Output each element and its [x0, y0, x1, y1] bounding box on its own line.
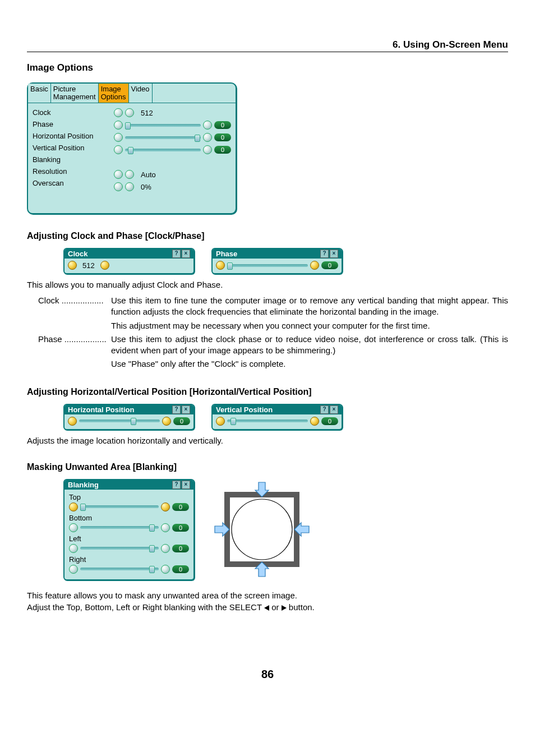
osd-slider[interactable]	[125, 149, 201, 151]
vpos-slider[interactable]	[227, 420, 308, 422]
heading-hv-position: Adjusting Horizontal/Vertical Position […	[27, 387, 508, 397]
vpos-window-title: Vertical Position	[216, 405, 273, 414]
osd-row-label: Horizontal Position	[33, 130, 114, 142]
osd-tab[interactable]: PictureManagement	[51, 84, 99, 103]
arrow-right-icon[interactable]	[125, 108, 134, 117]
phase-window: Phase ? × 0	[211, 248, 343, 274]
arrow-left-icon[interactable]	[114, 133, 123, 142]
osd-row-value: 0%	[114, 181, 231, 193]
help-icon[interactable]: ?	[172, 250, 181, 258]
osd-tab[interactable]: Basic	[28, 84, 51, 103]
blanking-item-row: 0	[69, 543, 189, 554]
phase-window-title: Phase	[216, 250, 237, 258]
help-icon[interactable]: ?	[172, 481, 181, 489]
arrow-right-icon[interactable]	[125, 182, 134, 191]
close-icon[interactable]: ×	[182, 250, 190, 258]
blanking-slider[interactable]	[80, 547, 159, 550]
arrow-left-icon[interactable]	[114, 182, 123, 191]
close-icon[interactable]: ×	[330, 405, 338, 414]
arrow-right-icon[interactable]	[161, 565, 170, 574]
clock-window-title: Clock	[68, 250, 87, 258]
arrow-left-icon[interactable]	[69, 523, 78, 532]
arrow-left-icon[interactable]	[216, 261, 225, 270]
blanking-text-2: Adjust the Top, Bottom, Left or Right bl…	[27, 602, 508, 612]
osd-pill: 0	[214, 133, 231, 141]
arrow-left-icon[interactable]	[68, 417, 77, 426]
close-icon[interactable]: ×	[182, 405, 190, 414]
blanking-pill: 0	[172, 545, 189, 552]
arrow-right-icon[interactable]	[310, 417, 319, 426]
osd-row-label: Vertical Position	[33, 142, 114, 154]
slider-thumb[interactable]	[230, 418, 236, 425]
slider-thumb[interactable]	[227, 262, 233, 270]
slider-thumb[interactable]	[195, 135, 200, 142]
page-number: 86	[27, 668, 508, 681]
arrow-right-icon[interactable]	[125, 170, 134, 179]
blanking-slider[interactable]	[80, 526, 159, 529]
arrow-left-icon[interactable]	[114, 145, 123, 154]
def-term: Clock ..................	[38, 295, 111, 318]
arrow-left-icon[interactable]	[69, 503, 78, 511]
vpos-window: Vertical Position ? × 0	[211, 404, 343, 430]
osd-row-label: Blanking	[33, 154, 114, 165]
osd-row-label: Clock	[33, 107, 114, 118]
blanking-item-label: Right	[69, 555, 189, 564]
osd-row-value: 0	[114, 144, 231, 156]
osd-tab[interactable]: Video	[129, 84, 153, 103]
osd-slider[interactable]	[125, 124, 201, 127]
svg-rect-0	[227, 495, 297, 564]
osd-row-value	[114, 156, 231, 168]
heading-clock-phase: Adjusting Clock and Phase [Clock/Phase]	[27, 231, 508, 241]
arrow-left-icon[interactable]	[69, 565, 78, 574]
def-text: Use this item to adjust the clock phase …	[111, 334, 508, 357]
osd-tab[interactable]: ImageOptions	[99, 84, 129, 103]
arrow-right-icon[interactable]	[161, 544, 170, 553]
hpos-slider[interactable]	[79, 420, 160, 422]
help-icon[interactable]: ?	[172, 405, 181, 414]
phase-slider[interactable]	[227, 264, 308, 267]
osd-value-text: 0%	[136, 183, 151, 191]
slider-thumb[interactable]	[80, 504, 86, 511]
blanking-slider[interactable]	[80, 568, 159, 570]
hpos-window-title: Horizontal Position	[68, 405, 134, 414]
osd-row-label: Resolution	[33, 165, 114, 177]
arrow-right-icon[interactable]	[203, 121, 212, 130]
arrow-right-icon[interactable]	[161, 503, 170, 511]
close-icon[interactable]: ×	[182, 481, 190, 489]
osd-slider[interactable]	[125, 136, 201, 139]
blanking-slider[interactable]	[80, 505, 159, 508]
arrow-left-icon[interactable]	[114, 108, 123, 117]
slider-thumb[interactable]	[149, 566, 155, 573]
slider-thumb[interactable]	[131, 418, 136, 425]
arrow-right-icon[interactable]	[310, 261, 319, 270]
arrow-right-icon[interactable]	[162, 417, 171, 426]
vpos-pill: 0	[321, 417, 338, 425]
slider-thumb[interactable]	[128, 147, 133, 154]
blanking-pill: 0	[172, 524, 189, 532]
help-icon[interactable]: ?	[320, 405, 329, 414]
close-icon[interactable]: ×	[330, 250, 338, 258]
slider-thumb[interactable]	[149, 524, 155, 532]
osd-row-label: Overscan	[33, 177, 114, 189]
slider-thumb[interactable]	[149, 545, 155, 552]
arrow-left-icon[interactable]	[114, 170, 123, 179]
osd-pill: 0	[214, 121, 231, 129]
blanking-item-label: Left	[69, 534, 189, 543]
arrow-right-icon[interactable]	[161, 523, 170, 532]
blanking-item-row: 0	[69, 564, 189, 575]
blanking-diagram	[211, 479, 312, 580]
arrow-left-icon[interactable]	[69, 544, 78, 553]
arrow-right-icon[interactable]	[203, 133, 212, 142]
section-title-image-options: Image Options	[27, 62, 508, 73]
def-text: Use "Phase" only after the "Clock" is co…	[111, 358, 508, 370]
arrow-left-icon[interactable]	[114, 121, 123, 130]
arrow-left-icon[interactable]	[216, 417, 225, 426]
slider-thumb[interactable]	[125, 122, 131, 130]
arrow-left-icon[interactable]	[68, 261, 77, 270]
osd-value-text: 512	[136, 109, 153, 117]
def-text: Use this item to fine tune the computer …	[111, 295, 508, 318]
arrow-right-icon[interactable]	[100, 261, 109, 270]
heading-blanking: Masking Unwanted Area [Blanking]	[27, 462, 508, 472]
help-icon[interactable]: ?	[320, 250, 329, 258]
arrow-right-icon[interactable]	[203, 145, 212, 154]
